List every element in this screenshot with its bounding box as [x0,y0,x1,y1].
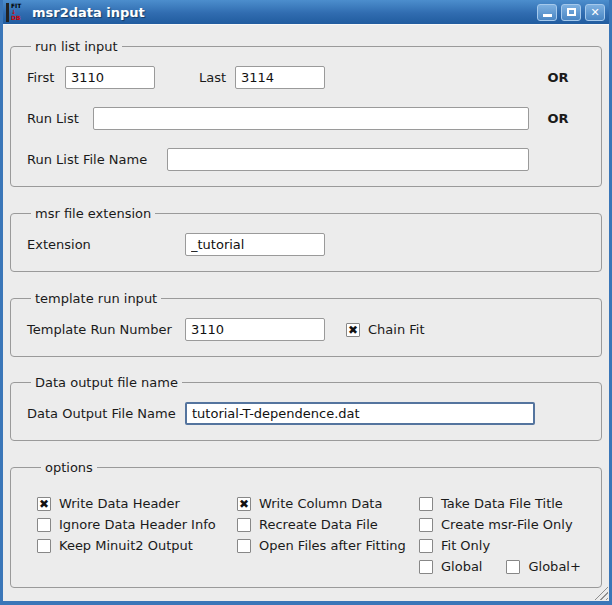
group-run-list-input: run list input First Last OR Run List OR… [10,39,602,187]
group-title: template run input [31,291,161,306]
fit-only-checkbox[interactable]: Fit Only [419,535,587,556]
checkbox-box [419,560,433,574]
run-list-label: Run List [27,111,93,126]
checkbox-box: ✖ [37,497,51,511]
group-data-output-file-name: Data output file name Data Output File N… [10,375,602,441]
template-run-number-label: Template Run Number [27,322,185,337]
template-run-row: Template Run Number ✖ Chain Fit [27,318,587,341]
checkbox-label: Create msr-File Only [441,517,573,532]
open-files-after-fitting-checkbox[interactable]: Open Files after Fitting [237,535,419,556]
chain-fit-checkbox[interactable]: ✖ Chain Fit [346,322,425,337]
ignore-data-header-info-checkbox[interactable]: Ignore Data Header Info [37,514,237,535]
run-list-file-input[interactable] [167,148,529,171]
msr2data-app-icon: FIT ↓ DB [6,3,25,22]
checkbox-label: Keep Minuit2 Output [59,538,193,553]
checkbox-label: Write Column Data [259,496,382,511]
checkbox-label: Ignore Data Header Info [59,517,216,532]
options-column-3: Take Data File Title Create msr-File Onl… [419,493,587,577]
global-checkbox[interactable]: Global [419,556,482,577]
keep-minuit2-output-checkbox[interactable]: Keep Minuit2 Output [37,535,237,556]
last-label: Last [199,70,235,85]
checkbox-label: Take Data File Title [441,496,563,511]
global-plus-checkbox[interactable]: Global+ [506,556,580,577]
maximize-button[interactable] [561,4,581,21]
checkbox-box: ✖ [346,323,360,337]
titlebar[interactable]: FIT ↓ DB msr2data input ✕ [3,0,609,24]
checkbox-box [37,539,51,553]
data-output-row: Data Output File Name [27,402,587,425]
checkbox-label: Write Data Header [59,496,180,511]
minimize-button[interactable] [537,4,557,21]
window-title: msr2data input [32,5,537,20]
group-options: options ✖ Write Data Header Ignore Data … [10,460,602,588]
last-input[interactable] [235,66,325,89]
checkbox-box [237,518,251,532]
first-input[interactable] [65,66,155,89]
run-list-row: Run List OR [27,107,587,130]
take-data-file-title-checkbox[interactable]: Take Data File Title [419,493,587,514]
write-column-data-checkbox[interactable]: ✖ Write Column Data [237,493,419,514]
checkbox-box [37,518,51,532]
maximize-icon [567,8,576,16]
checkbox-box [506,560,520,574]
msr2data-dialog: FIT ↓ DB msr2data input ✕ run list input… [0,0,612,605]
or-label-mid: OR [529,111,587,126]
run-list-file-label: Run List File Name [27,152,167,167]
group-template-run-input: template run input Template Run Number ✖… [10,291,602,357]
group-msr-file-extension: msr file extension Extension [10,206,602,272]
global-row: Global Global+ [419,556,587,577]
group-title: run list input [31,39,122,54]
first-last-row: First Last OR [27,66,587,89]
data-output-file-name-label: Data Output File Name [27,406,185,421]
checkbox-label: Global+ [528,559,580,574]
write-data-header-checkbox[interactable]: ✖ Write Data Header [37,493,237,514]
checkbox-box [237,539,251,553]
checkbox-label: Recreate Data File [259,517,378,532]
checkbox-label: Global [441,559,482,574]
group-title: msr file extension [31,206,155,221]
template-run-number-input[interactable] [185,318,325,341]
minimize-icon [543,14,552,17]
options-column-2: ✖ Write Column Data Recreate Data File O… [237,493,419,577]
recreate-data-file-checkbox[interactable]: Recreate Data File [237,514,419,535]
extension-input[interactable] [185,233,325,256]
run-list-input[interactable] [93,107,529,130]
checkbox-box [419,539,433,553]
or-label-top: OR [529,70,587,85]
checkbox-label: Fit Only [441,538,490,553]
close-button[interactable]: ✕ [585,4,605,21]
extension-row: Extension [27,233,587,256]
create-msr-file-only-checkbox[interactable]: Create msr-File Only [419,514,587,535]
checkbox-box [419,518,433,532]
close-icon: ✕ [590,6,599,19]
options-column-1: ✖ Write Data Header Ignore Data Header I… [37,493,237,577]
checkbox-box [419,497,433,511]
dialog-content: run list input First Last OR Run List OR… [3,24,609,605]
data-output-file-name-input[interactable] [185,402,535,425]
group-title: options [41,460,97,475]
checkbox-box: ✖ [237,497,251,511]
chain-fit-label: Chain Fit [368,322,425,337]
extension-label: Extension [27,237,185,252]
run-list-file-row: Run List File Name [27,148,587,171]
group-title: Data output file name [31,375,182,390]
first-label: First [27,70,65,85]
checkbox-label: Open Files after Fitting [259,538,406,553]
